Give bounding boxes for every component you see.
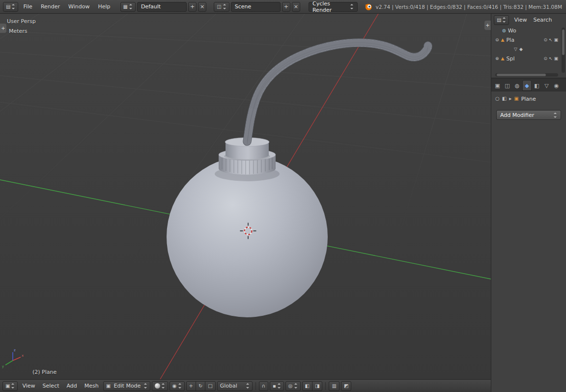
outliner-item-label: Pla bbox=[506, 37, 514, 43]
snap-toggle-button[interactable]: ∩ bbox=[259, 381, 268, 391]
backface-icon: ◨ bbox=[315, 384, 319, 389]
outliner-row-plane-data[interactable]: ▽ ◆ bbox=[491, 45, 566, 54]
tab-material[interactable]: ◉ bbox=[552, 80, 561, 91]
occlude-icon: ◧ bbox=[305, 384, 310, 389]
renderability-camera-icon[interactable]: ▣ bbox=[554, 38, 558, 42]
scale-icon: □ bbox=[208, 384, 212, 389]
mesh-object-icon: ▲ bbox=[501, 56, 505, 61]
tab-render[interactable]: ▣ bbox=[493, 80, 502, 91]
outliner-item-label: Wo bbox=[508, 28, 516, 34]
outliner-editor-type-selector[interactable]: ▤ bbox=[494, 15, 509, 25]
expand-icon[interactable]: ⊕ bbox=[495, 56, 499, 61]
outliner-item-label: Spl bbox=[506, 56, 514, 62]
outliner-vertical-scrollbar[interactable] bbox=[562, 28, 565, 73]
outliner-row-plane[interactable]: ⊖ ▲ Pla ⊙ ↖ ▣ bbox=[491, 35, 566, 45]
tab-object-data[interactable]: ▽ bbox=[542, 80, 551, 91]
pivot-point-select[interactable]: ◉ bbox=[170, 381, 185, 391]
svg-text:y: y bbox=[2, 364, 4, 368]
breadcrumb-arrow-icon: ▸ bbox=[509, 96, 511, 101]
screen-layout-browse-button[interactable]: ▦ bbox=[120, 2, 136, 12]
pin-icon[interactable]: ○ bbox=[495, 96, 500, 101]
screen-layout-name-field[interactable]: Default bbox=[137, 2, 187, 12]
mesh-object-icon: ▲ bbox=[501, 38, 505, 42]
occlude-geometry-button[interactable]: ◧ bbox=[302, 381, 312, 391]
rotate-icon: ↻ bbox=[198, 384, 202, 389]
editor-type-selector[interactable]: ▤ bbox=[3, 2, 18, 12]
properties-region-toggle[interactable]: + bbox=[484, 21, 491, 30]
updown-arrow-icon bbox=[223, 4, 226, 9]
render-opengl-anim-button[interactable]: ◩ bbox=[341, 381, 351, 391]
render-anim-icon: ◩ bbox=[344, 384, 348, 389]
outliner-horizontal-scrollbar[interactable] bbox=[495, 73, 558, 77]
main-area: z x y User Persp Meters (2) Plane + + ▣ … bbox=[0, 14, 566, 392]
rotate-manipulator-button[interactable]: ↻ bbox=[196, 381, 205, 391]
mesh-data-icon: ▽ bbox=[514, 47, 517, 52]
tab-scene[interactable]: ◫ bbox=[503, 80, 512, 91]
tab-modifiers[interactable]: ◆ bbox=[522, 80, 532, 91]
svg-text:z: z bbox=[14, 348, 16, 352]
updown-arrow-icon bbox=[162, 383, 165, 389]
tab-world[interactable]: ◍ bbox=[512, 80, 522, 91]
tab-constraints[interactable]: ◧ bbox=[532, 80, 541, 91]
pivot-icon: ◉ bbox=[172, 384, 177, 389]
updown-arrow-icon bbox=[178, 383, 182, 389]
viewport-3d[interactable]: z x y User Persp Meters (2) Plane + + ▣ … bbox=[0, 14, 491, 392]
scale-manipulator-button[interactable]: □ bbox=[205, 381, 215, 391]
delete-screen-button[interactable]: × bbox=[198, 2, 206, 12]
render-engine-select[interactable]: Cycles Render bbox=[309, 2, 358, 12]
selectability-cursor-icon[interactable]: ↖ bbox=[549, 38, 553, 42]
add-scene-button[interactable]: + bbox=[282, 2, 290, 12]
divider bbox=[255, 382, 256, 390]
collapse-icon[interactable]: ⊖ bbox=[495, 38, 499, 42]
menu-help[interactable]: Help bbox=[94, 0, 113, 13]
snap-element-select[interactable]: ▪ bbox=[270, 381, 284, 391]
restriction-icons: ⊙ ↖ ▣ bbox=[543, 38, 558, 42]
add-modifier-label: Add Modifier bbox=[500, 112, 534, 118]
selectability-cursor-icon[interactable]: ↖ bbox=[549, 56, 553, 61]
scene-name-field[interactable]: Scene bbox=[231, 2, 281, 12]
menu-mesh[interactable]: Mesh bbox=[82, 380, 102, 392]
scrollbar-thumb[interactable] bbox=[562, 29, 565, 55]
translate-manipulator-button[interactable]: + bbox=[186, 381, 196, 391]
outliner-header: ▤ View Search bbox=[491, 14, 566, 26]
viewport-editor-type-selector[interactable]: ▣ bbox=[2, 381, 18, 391]
updown-arrow-icon bbox=[129, 4, 133, 9]
updown-arrow-icon bbox=[12, 4, 15, 9]
mode-value: Edit Mode bbox=[114, 383, 141, 389]
backface-culling-button[interactable]: ◨ bbox=[312, 381, 322, 391]
scrollbar-thumb[interactable] bbox=[497, 74, 546, 76]
visibility-eye-icon[interactable]: ⊙ bbox=[543, 38, 547, 42]
menu-select[interactable]: Select bbox=[40, 380, 62, 392]
add-modifier-button[interactable]: Add Modifier bbox=[496, 110, 561, 120]
updown-arrow-icon bbox=[554, 112, 557, 118]
3d-view-editor-icon: ▣ bbox=[5, 384, 10, 389]
outliner-row-world[interactable]: ◍ Wo bbox=[491, 26, 566, 35]
scene-browse-button[interactable]: ◫ bbox=[214, 2, 229, 12]
outliner-menu-search[interactable]: Search bbox=[532, 14, 554, 27]
menu-render[interactable]: Render bbox=[37, 0, 63, 13]
blender-logo-icon bbox=[364, 2, 372, 11]
proportional-edit-select[interactable]: ◎ bbox=[285, 381, 301, 391]
updown-arrow-icon bbox=[246, 383, 250, 389]
render-opengl-still-button[interactable]: ▥ bbox=[329, 381, 339, 391]
menu-window[interactable]: Window bbox=[65, 0, 93, 13]
menu-view[interactable]: View bbox=[19, 380, 38, 392]
delete-scene-button[interactable]: × bbox=[292, 2, 300, 12]
add-screen-button[interactable]: + bbox=[188, 2, 197, 12]
updown-arrow-icon bbox=[350, 4, 354, 9]
properties-empty-area bbox=[491, 124, 566, 392]
visibility-eye-icon[interactable]: ⊙ bbox=[543, 56, 547, 61]
viewport-shading-select[interactable] bbox=[152, 381, 168, 391]
menu-file[interactable]: File bbox=[20, 0, 35, 13]
outliner-row-spline[interactable]: ⊕ ▲ Spl ⊙ ↖ ▣ bbox=[491, 54, 566, 63]
renderability-camera-icon[interactable]: ▣ bbox=[554, 56, 558, 61]
toolbar-region-toggle[interactable]: + bbox=[0, 24, 6, 33]
updown-arrow-icon bbox=[294, 383, 298, 389]
menu-add[interactable]: Add bbox=[64, 380, 80, 392]
viewport-canvas[interactable]: z x y bbox=[0, 14, 491, 379]
outliner-menu-view[interactable]: View bbox=[512, 14, 528, 27]
transform-orientation-select[interactable]: Global bbox=[217, 381, 253, 391]
properties-tab-bar: ▣ ◫ ◍ ◆ ◧ ▽ ◉ bbox=[491, 79, 566, 91]
mode-select[interactable]: ▣ Edit Mode bbox=[103, 381, 150, 391]
snap-element-icon: ▪ bbox=[273, 384, 276, 389]
